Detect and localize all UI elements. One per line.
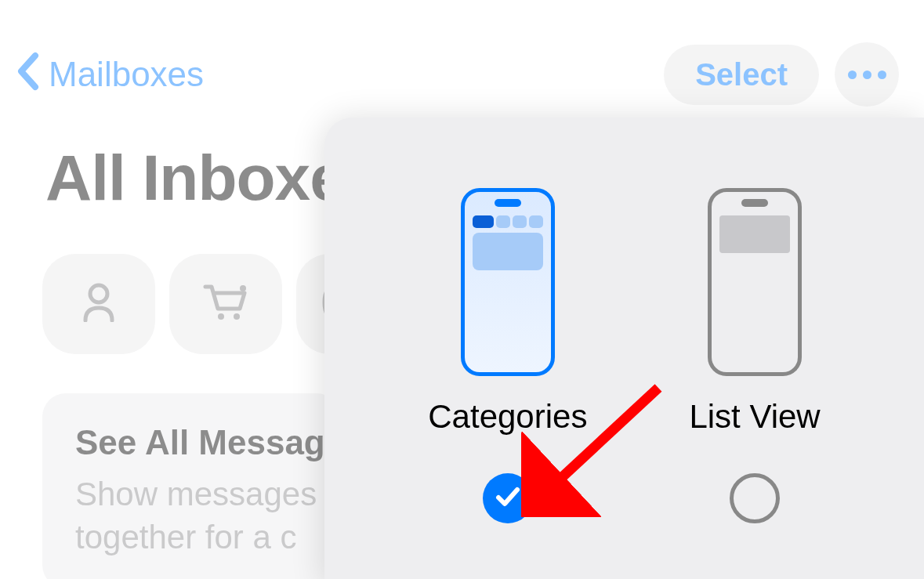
back-button[interactable]: Mailboxes xyxy=(16,52,204,98)
cart-icon xyxy=(202,282,249,326)
info-card-description: Show messages together for a c xyxy=(75,473,307,559)
categories-label: Categories xyxy=(428,398,587,436)
svg-point-3 xyxy=(240,285,246,291)
more-button[interactable] xyxy=(835,42,899,107)
select-button[interactable]: Select xyxy=(664,45,819,105)
svg-point-2 xyxy=(234,313,240,320)
svg-point-0 xyxy=(90,285,107,302)
list-view-radio-unchecked[interactable] xyxy=(730,473,780,523)
categories-radio-checked[interactable] xyxy=(483,473,533,523)
view-options-container: Categories List View xyxy=(324,157,924,523)
view-option-categories[interactable]: Categories xyxy=(428,188,587,523)
person-icon xyxy=(81,283,117,325)
list-view-preview-icon xyxy=(708,188,802,376)
view-mode-popover: Categories List View xyxy=(324,118,924,579)
nav-actions: Select xyxy=(664,42,899,107)
categories-preview-icon xyxy=(461,188,555,376)
ellipsis-icon xyxy=(848,71,886,79)
chevron-left-icon xyxy=(16,52,39,98)
svg-point-1 xyxy=(218,313,224,320)
view-option-list[interactable]: List View xyxy=(689,188,820,523)
checkmark-icon xyxy=(495,487,520,510)
navigation-bar: Mailboxes Select xyxy=(0,0,924,110)
back-label: Mailboxes xyxy=(49,55,204,94)
category-pill-shopping[interactable] xyxy=(169,254,282,354)
category-pill-personal[interactable] xyxy=(42,254,155,354)
list-view-label: List View xyxy=(689,398,820,436)
info-card-title: See All Messages xyxy=(75,423,307,462)
see-all-messages-card[interactable]: See All Messages Show messages together … xyxy=(42,393,340,579)
